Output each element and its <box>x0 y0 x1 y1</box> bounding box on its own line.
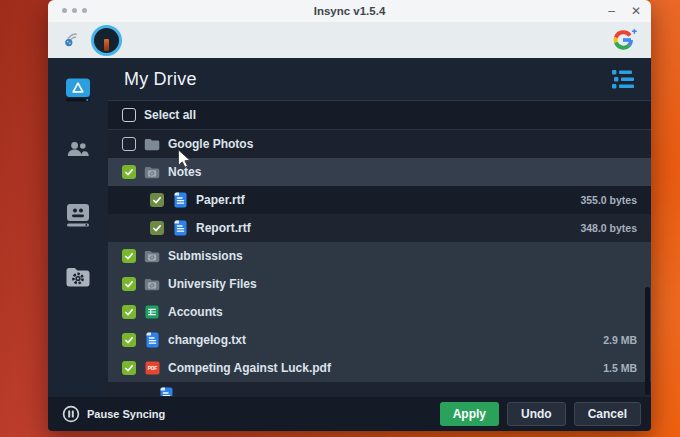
checkbox[interactable] <box>150 221 164 235</box>
list-item[interactable]: PDFCompeting Against Luck.pdf1.5 MB <box>108 354 651 382</box>
insync-window: Insync v1.5.4 – ✕ <box>48 0 651 431</box>
list-item[interactable]: Google Photos <box>108 130 651 158</box>
pause-syncing-label: Pause Syncing <box>87 408 165 420</box>
file-name: Submissions <box>168 249 243 263</box>
account-avatar[interactable] <box>91 25 122 56</box>
checkbox[interactable] <box>122 277 136 291</box>
sidebar <box>48 58 108 397</box>
file-name: Notes <box>168 165 201 179</box>
file-size: 2.9 MB <box>603 334 637 346</box>
doc-icon <box>174 220 187 236</box>
doc-icon <box>160 387 173 396</box>
file-size: 355.0 bytes <box>580 194 637 206</box>
file-name: Competing Against Luck.pdf <box>168 361 331 375</box>
checkbox[interactable] <box>122 333 136 347</box>
file-size: 1.5 MB <box>603 362 637 374</box>
desktop-highlight <box>650 0 680 437</box>
check-icon <box>152 195 162 205</box>
window-title: Insync v1.5.4 <box>48 5 651 17</box>
check-icon <box>124 279 134 289</box>
folder-gear-icon <box>65 266 91 288</box>
file-name: changelog.txt <box>168 333 246 347</box>
list-item[interactable]: Submissions <box>108 242 651 270</box>
partial-row <box>108 382 651 396</box>
checkbox[interactable] <box>122 137 136 151</box>
file-list: Google PhotosNotesPaper.rtf355.0 bytesRe… <box>108 130 651 382</box>
pdf-icon: PDF <box>145 361 160 375</box>
check-icon <box>124 251 134 261</box>
check-icon <box>152 223 162 233</box>
file-name: Google Photos <box>168 137 253 151</box>
cancel-button[interactable]: Cancel <box>574 402 641 426</box>
list-item[interactable]: Paper.rtf355.0 bytes <box>108 186 651 214</box>
checkbox[interactable] <box>150 193 164 207</box>
check-icon <box>124 307 134 317</box>
people-icon <box>66 140 90 157</box>
svg-text:PDF: PDF <box>147 366 157 371</box>
file-name: Report.rtf <box>196 221 251 235</box>
sidebar-item-folder-settings[interactable] <box>48 266 108 329</box>
sync-status-icon[interactable] <box>62 28 82 52</box>
folder-icon <box>144 138 160 151</box>
checkbox[interactable] <box>122 165 136 179</box>
checkbox[interactable] <box>122 305 136 319</box>
list-item[interactable]: Report.rtf348.0 bytes <box>108 214 651 242</box>
sidebar-item-my-drive[interactable] <box>48 77 108 140</box>
apply-button[interactable]: Apply <box>440 402 499 426</box>
scrollbar-thumb[interactable] <box>645 287 650 395</box>
contact-card-icon <box>66 203 90 228</box>
list-item[interactable]: Accounts <box>108 298 651 326</box>
pause-icon <box>62 405 80 423</box>
minimize-button[interactable]: – <box>608 5 615 17</box>
doc-icon <box>146 332 159 348</box>
check-icon <box>124 167 134 177</box>
sidebar-item-shared[interactable] <box>48 140 108 203</box>
select-all-row[interactable]: Select all <box>108 101 651 130</box>
folder-sync-icon <box>144 166 160 179</box>
window-dots-icon <box>62 8 87 13</box>
select-all-label: Select all <box>144 108 196 122</box>
footer-bar: Pause Syncing Apply Undo Cancel <box>48 397 651 431</box>
list-item[interactable]: changelog.txt2.9 MB <box>108 326 651 354</box>
pause-syncing-button[interactable]: Pause Syncing <box>62 405 165 423</box>
check-icon <box>124 335 134 345</box>
file-name: Paper.rtf <box>196 193 245 207</box>
file-name: University Files <box>168 277 257 291</box>
file-size: 348.0 bytes <box>580 222 637 234</box>
drive-header: My Drive <box>108 58 651 101</box>
google-plus-icon[interactable] <box>611 28 637 52</box>
drive-icon <box>65 77 91 102</box>
select-all-checkbox[interactable] <box>122 108 136 122</box>
list-view-icon[interactable] <box>611 69 635 89</box>
list-item[interactable]: Notes <box>108 158 651 186</box>
sidebar-item-contacts[interactable] <box>48 203 108 266</box>
undo-button[interactable]: Undo <box>507 402 566 426</box>
checkbox[interactable] <box>122 249 136 263</box>
list-item[interactable]: University Files <box>108 270 651 298</box>
page-title: My Drive <box>124 69 197 90</box>
checkbox[interactable] <box>122 361 136 375</box>
account-toolbar <box>48 22 651 58</box>
close-button[interactable]: ✕ <box>631 5 641 17</box>
file-name: Accounts <box>168 305 223 319</box>
check-icon <box>124 363 134 373</box>
sheet-icon <box>145 305 159 319</box>
folder-sync-icon <box>144 278 160 291</box>
folder-sync-icon <box>144 250 160 263</box>
titlebar: Insync v1.5.4 – ✕ <box>48 0 651 22</box>
doc-icon <box>174 192 187 208</box>
